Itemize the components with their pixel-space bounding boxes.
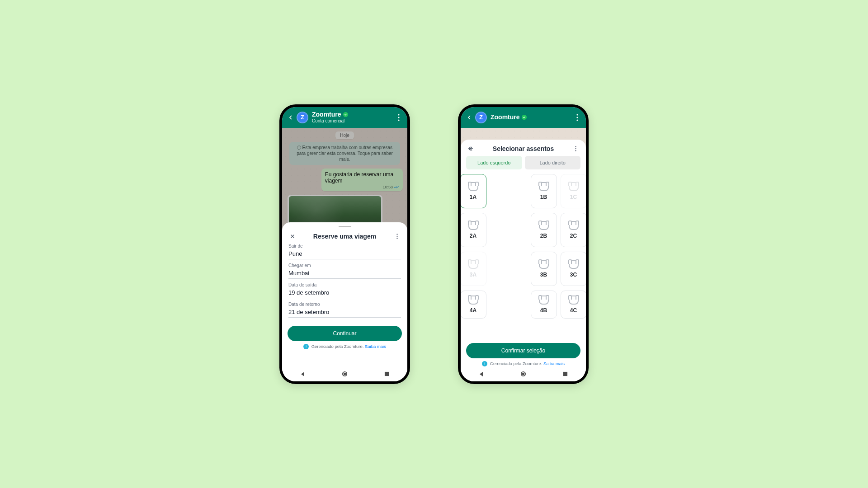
avatar-initial: Z (301, 114, 304, 121)
business-name: Zoomture (312, 111, 341, 118)
svg-point-10 (576, 117, 578, 118)
seat-label: 4B (540, 307, 547, 314)
seat-4c[interactable]: 4C (561, 291, 586, 319)
learn-more-link[interactable]: Saiba mais (365, 344, 386, 349)
svg-rect-17 (563, 372, 567, 376)
aisle (490, 213, 516, 247)
aisle-gap (520, 291, 527, 325)
seat-grid-scroll[interactable]: 1A 1B 1C (461, 174, 586, 340)
learn-more-link[interactable]: Saiba mais (543, 361, 565, 366)
seat-icon (539, 296, 549, 305)
seat-label: 1A (470, 194, 476, 200)
sheet-header: Selecionar assentos (461, 143, 586, 155)
arrow-left-icon (287, 114, 294, 121)
seat-grid: 1A 1B 1C (461, 174, 586, 325)
sheet-drag-handle[interactable] (339, 226, 351, 227)
svg-point-12 (575, 146, 576, 147)
managed-by-row: i Gerenciado pela Zoomture. Saiba mais (282, 341, 407, 353)
header-more-button[interactable] (395, 114, 403, 121)
header-more-button[interactable] (573, 114, 581, 121)
aisle (490, 174, 516, 208)
arrive-at-field[interactable]: Chegar em Mumbai (288, 263, 401, 279)
chat-title-block[interactable]: Zoomture Conta comercial (312, 111, 395, 123)
seat-label: 4C (570, 307, 577, 314)
phone-left-screen: Z Zoomture Conta comercial Ho (282, 107, 407, 381)
tab-right-side[interactable]: Lado direito (525, 156, 581, 169)
back-button[interactable] (287, 114, 295, 121)
sheet-back-button[interactable] (466, 145, 476, 152)
nav-home-button[interactable] (520, 371, 526, 377)
chat-title-block[interactable]: Zoomture (491, 114, 573, 121)
aisle-gap (520, 213, 527, 247)
business-avatar[interactable]: Z (475, 112, 487, 123)
seat-1a[interactable]: 1A (461, 174, 486, 208)
aisle-gap (520, 252, 527, 286)
nav-home-button[interactable] (342, 371, 348, 377)
managed-by-text: Gerenciado pela Zoomture. (490, 361, 542, 366)
seat-icon (569, 221, 579, 230)
seat-label: 3C (570, 272, 577, 278)
close-sheet-button[interactable] (288, 233, 297, 239)
sheet-more-button[interactable] (571, 145, 580, 152)
svg-point-7 (344, 373, 346, 375)
seat-2c[interactable]: 2C (561, 213, 586, 247)
verified-badge-icon (522, 115, 527, 120)
android-nav-bar (461, 367, 586, 381)
depart-date-value: 19 de setembro (288, 288, 401, 298)
back-button[interactable] (465, 114, 473, 121)
triangle-left-icon (479, 371, 484, 377)
nav-back-button[interactable] (300, 371, 306, 377)
seat-icon (468, 221, 478, 230)
more-vertical-icon (576, 114, 578, 121)
nav-recent-button[interactable] (563, 371, 568, 376)
business-avatar[interactable]: Z (297, 112, 308, 123)
continue-button-label: Continuar (333, 330, 356, 337)
more-vertical-icon (398, 114, 400, 121)
seat-label: 2B (540, 233, 547, 239)
seat-label: 4A (470, 307, 476, 314)
nav-recent-button[interactable] (384, 371, 389, 376)
return-date-label: Data de retorno (288, 302, 401, 307)
circle-icon (342, 371, 348, 377)
seat-2b[interactable]: 2B (531, 213, 557, 247)
circle-icon (520, 371, 526, 377)
svg-point-3 (396, 234, 397, 235)
depart-from-label: Sair de (288, 244, 401, 249)
account-type-label: Conta comercial (312, 118, 395, 123)
seat-4a[interactable]: 4A (461, 291, 486, 319)
phone-right-screen: Z Zoomture (461, 107, 586, 381)
info-icon: i (303, 344, 309, 349)
square-icon (563, 371, 568, 376)
android-nav-bar (282, 367, 407, 381)
managed-by-text: Gerenciado pela Zoomture. (311, 344, 364, 349)
seat-3c[interactable]: 3C (561, 252, 586, 286)
seat-label: 1B (540, 194, 547, 200)
seat-icon (468, 296, 478, 305)
depart-date-field[interactable]: Data de saída 19 de setembro (288, 282, 401, 298)
seat-label: 1C (570, 194, 577, 200)
canvas: Z Zoomture Conta comercial Ho (0, 0, 868, 488)
continue-button[interactable]: Continuar (288, 326, 402, 341)
more-vertical-icon (575, 145, 576, 152)
svg-point-5 (396, 238, 397, 239)
chat-header: Z Zoomture Conta comercial (282, 107, 407, 128)
tab-left-side[interactable]: Lado esquerdo (466, 156, 522, 169)
chat-area: Selecionar assentos Lado esquerdo Lado d… (461, 128, 586, 381)
nav-back-button[interactable] (479, 371, 484, 377)
seat-label: 2A (470, 233, 476, 239)
tab-left-label: Lado esquerdo (477, 160, 510, 165)
side-segmented-control: Lado esquerdo Lado direito (466, 156, 580, 169)
sheet-more-button[interactable] (392, 233, 402, 239)
seat-1b[interactable]: 1B (531, 174, 557, 208)
svg-point-16 (523, 373, 524, 375)
seat-2a[interactable]: 2A (461, 213, 486, 247)
svg-point-13 (575, 148, 576, 149)
phone-left-frame: Z Zoomture Conta comercial Ho (279, 104, 410, 384)
seat-3b[interactable]: 3B (531, 252, 557, 286)
svg-rect-8 (385, 372, 389, 376)
depart-from-field[interactable]: Sair de Pune (288, 244, 401, 259)
booking-form: Sair de Pune Chegar em Mumbai Data de sa… (282, 243, 407, 323)
seat-4b[interactable]: 4B (531, 291, 557, 319)
confirm-selection-button[interactable]: Confirmar seleção (466, 343, 580, 358)
return-date-field[interactable]: Data de retorno 21 de setembro (288, 302, 401, 318)
